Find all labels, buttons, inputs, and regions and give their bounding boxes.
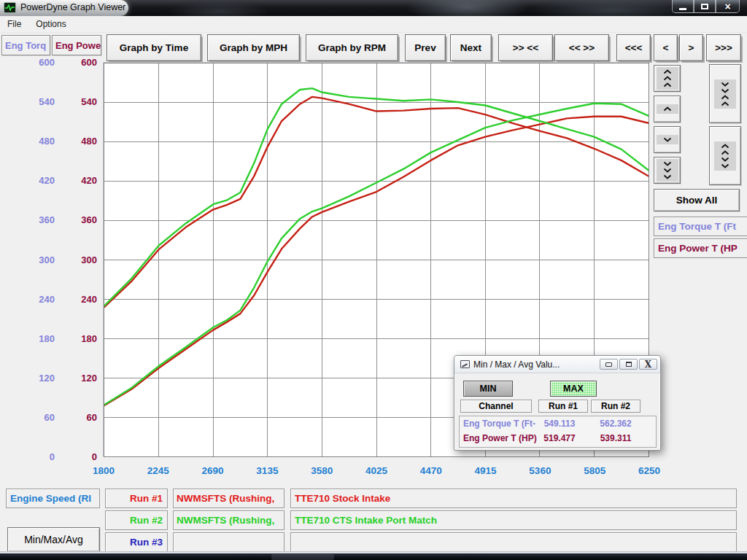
column-header-channel: Channel <box>460 400 532 413</box>
row-torque-run1-max: 549.113 <box>537 419 582 431</box>
minmax-avg-button[interactable]: Min/Max/Avg <box>7 527 100 552</box>
torque-axis-tick-180: 180 <box>15 333 55 345</box>
dialog-title: Min / Max / Avg Valu... <box>473 359 598 370</box>
maximize-button[interactable] <box>694 0 716 13</box>
chevron-triple-up-icon <box>657 67 678 90</box>
chevron-double-down-up-icon <box>714 79 736 109</box>
power-axis-tick-360: 360 <box>64 214 97 226</box>
dialog-minimize-button[interactable] <box>600 359 618 370</box>
zoom-in-x-button[interactable]: >> << <box>498 34 553 61</box>
power-axis-tick-60: 60 <box>64 412 97 424</box>
scroll-far-left-button[interactable]: <<< <box>616 34 651 61</box>
chevron-triple-down-button[interactable] <box>654 157 681 184</box>
minimize-button[interactable] <box>672 0 694 13</box>
run2-label: Run #2 <box>105 510 168 530</box>
x-axis-tick-1800: 1800 <box>78 465 129 477</box>
torque-axis-tick-600: 600 <box>15 57 55 69</box>
torque-axis-tick-300: 300 <box>15 254 55 266</box>
menu-file[interactable]: File <box>0 17 28 31</box>
prev-button[interactable]: Prev <box>405 34 446 61</box>
x-channel-label[interactable]: Engine Speed (RI <box>6 489 100 508</box>
scroll-far-right-button[interactable]: >>> <box>706 34 741 61</box>
taskbar-item[interactable] <box>271 554 334 560</box>
window-title: PowerDyne Graph Viewer <box>20 2 125 12</box>
power-axis-tick-120: 120 <box>64 373 97 384</box>
power-axis-tick-180: 180 <box>64 333 97 345</box>
min-toggle-button[interactable]: MIN <box>463 381 513 397</box>
dialog-minimize-icon <box>605 362 612 367</box>
power-axis-tick-420: 420 <box>64 175 97 187</box>
tab-eng-torque-axis[interactable]: Eng Torq <box>1 35 50 55</box>
run3-file-field <box>173 532 285 552</box>
power-axis-tick-0: 0 <box>64 451 97 463</box>
graph-by-rpm-button[interactable]: Graph by RPM <box>306 34 398 61</box>
power-axis-tick-600: 600 <box>64 57 97 69</box>
x-axis-tick-2690: 2690 <box>187 465 239 477</box>
torque-axis-tick-540: 540 <box>15 96 55 108</box>
graph-by-mph-button[interactable]: Graph by MPH <box>207 34 300 61</box>
chevron-triple-down-icon <box>657 159 678 182</box>
maximize-icon <box>701 4 708 9</box>
window-caption-buttons: × <box>672 0 740 13</box>
torque-axis-tick-420: 420 <box>15 175 55 187</box>
row-power-run2-max: 539.311 <box>593 433 638 446</box>
scroll-left-button[interactable]: < <box>654 34 678 61</box>
column-header-run2: Run #2 <box>591 400 640 413</box>
dialog-maximize-button[interactable] <box>619 359 638 370</box>
torque-channel-label[interactable]: Eng Torque T (Ft <box>654 217 747 236</box>
torque-axis-tick-360: 360 <box>15 214 55 226</box>
close-icon: × <box>724 1 730 12</box>
power-axis-tick-480: 480 <box>64 136 97 147</box>
power-axis-tick-240: 240 <box>64 294 97 306</box>
menu-bar: File Options <box>0 16 747 33</box>
power-channel-label[interactable]: Eng Power T (HP <box>654 238 747 258</box>
next-button[interactable]: Next <box>450 34 492 61</box>
column-header-run1: Run #1 <box>538 400 588 413</box>
run2-description-field: TTE710 CTS Intake Port Match <box>290 510 737 530</box>
scroll-right-button[interactable]: > <box>679 34 703 61</box>
graph-by-time-button[interactable]: Graph by Time <box>107 34 201 61</box>
power-axis-tick-540: 540 <box>64 96 97 108</box>
chevron-up-icon <box>657 104 678 114</box>
x-axis-tick-4470: 4470 <box>406 465 457 477</box>
max-toggle-button[interactable]: MAX <box>550 381 597 397</box>
torque-axis-tick-240: 240 <box>15 294 55 306</box>
x-axis-tick-5360: 5360 <box>514 465 565 477</box>
row-torque-run2-max: 562.362 <box>593 419 638 431</box>
x-axis-tick-4025: 4025 <box>351 465 402 477</box>
chevron-double-up-down-button[interactable] <box>709 126 741 185</box>
run1-file-field: NWMSFTS (Rushing, <box>173 489 285 508</box>
x-axis-tick-3580: 3580 <box>296 465 347 477</box>
torque-axis-tick-120: 120 <box>15 373 55 384</box>
tab-eng-power-axis[interactable]: Eng Powe <box>52 35 101 55</box>
minmax-dialog: Min / Max / Avg Valu... X MIN MAX Channe… <box>454 355 661 451</box>
dialog-close-button[interactable]: X <box>639 359 657 370</box>
torque-axis-tick-480: 480 <box>15 136 55 147</box>
chevron-up-button[interactable] <box>654 96 681 122</box>
chevron-down-button[interactable] <box>654 126 681 153</box>
x-axis-tick-6250: 6250 <box>624 465 675 477</box>
powerdyne-app: { "window": { "title": "PowerDyne Graph … <box>0 0 747 560</box>
close-button[interactable]: × <box>716 0 740 13</box>
row-power-channel: Eng Power T (HP) <box>463 433 543 446</box>
app-icon <box>4 2 16 13</box>
x-axis-tick-2245: 2245 <box>133 465 184 477</box>
x-axis-tick-3135: 3135 <box>241 465 293 477</box>
dialog-close-icon: X <box>645 360 651 369</box>
x-axis-tick-4915: 4915 <box>460 465 511 477</box>
menu-options[interactable]: Options <box>28 17 73 31</box>
show-all-button[interactable]: Show All <box>654 189 740 211</box>
torque-axis-tick-60: 60 <box>15 412 55 424</box>
chevron-triple-up-button[interactable] <box>654 65 681 92</box>
row-power-run1-max: 519.477 <box>537 433 582 446</box>
minmax-dialog-titlebar[interactable]: Min / Max / Avg Valu... X <box>454 356 660 373</box>
run2-file-field: NWMSFTS (Rushing, <box>173 510 285 530</box>
x-axis-tick-5805: 5805 <box>569 465 620 477</box>
chevron-double-down-up-button[interactable] <box>709 64 741 123</box>
chevron-double-up-down-icon <box>714 141 736 171</box>
row-torque-channel: Eng Torque T (Ft- <box>463 419 543 431</box>
run3-label: Run #3 <box>105 532 168 552</box>
zoom-out-x-button[interactable]: << >> <box>554 34 609 61</box>
dialog-icon <box>460 360 470 368</box>
run3-description-field <box>290 532 737 552</box>
